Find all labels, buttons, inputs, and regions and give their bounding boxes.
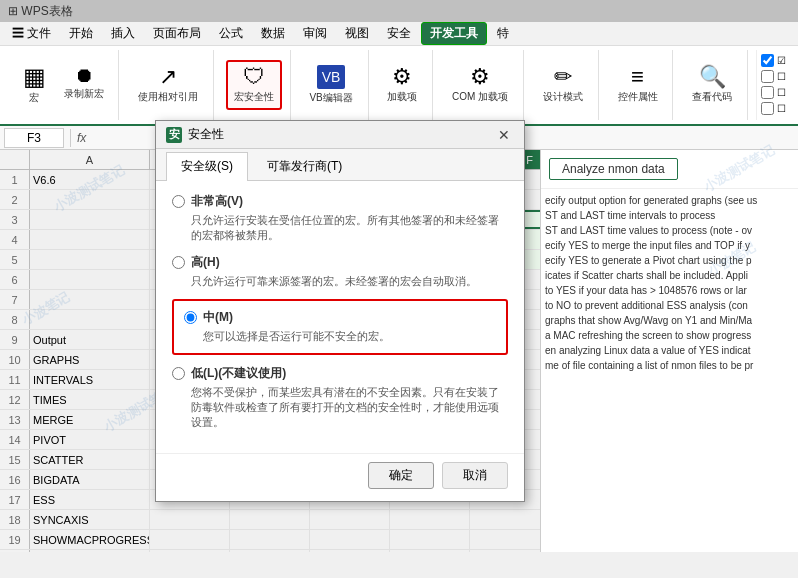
dialog-body: 非常高(V) 只允许运行安装在受信任位置的宏。所有其他签署的和未经签署的宏都将被… xyxy=(156,181,524,453)
dialog-title-text: 安全性 xyxy=(188,126,488,143)
dialog-titlebar: 安 安全性 ✕ xyxy=(156,121,524,149)
option-low-desc: 您将不受保护，而某些宏具有潜在的不安全因素。只有在安装了防毒软件或检查了所有要打… xyxy=(191,385,508,431)
security-dialog: 安 安全性 ✕ 安全级(S) 可靠发行商(T) 非常高(V) 只允许运行安装在受… xyxy=(155,120,525,502)
radio-medium[interactable] xyxy=(184,311,197,324)
dialog-close-button[interactable]: ✕ xyxy=(494,125,514,145)
option-high-desc: 只允许运行可靠来源签署的宏。未经签署的宏会自动取消。 xyxy=(191,274,477,289)
option-medium-box: 中(M) 您可以选择是否运行可能不安全的宏。 xyxy=(172,299,508,354)
option-very-high: 非常高(V) 只允许运行安装在受信任位置的宏。所有其他签署的和未经签署的宏都将被… xyxy=(172,193,508,244)
option-high: 高(H) 只允许运行可靠来源签署的宏。未经签署的宏会自动取消。 xyxy=(172,254,508,289)
dialog-overlay: 安 安全性 ✕ 安全级(S) 可靠发行商(T) 非常高(V) 只允许运行安装在受… xyxy=(0,0,798,578)
dialog-tabs: 安全级(S) 可靠发行商(T) xyxy=(156,149,524,181)
option-very-high-label: 非常高(V) xyxy=(191,193,508,210)
dialog-title-icon: 安 xyxy=(166,127,182,143)
option-very-high-desc: 只允许运行安装在受信任位置的宏。所有其他签署的和未经签署的宏都将被禁用。 xyxy=(191,213,508,244)
radio-high[interactable] xyxy=(172,256,185,269)
option-medium: 中(M) 您可以选择是否运行可能不安全的宏。 xyxy=(184,309,496,344)
option-low-label: 低(L)(不建议使用) xyxy=(191,365,508,382)
dialog-tab-publisher[interactable]: 可靠发行商(T) xyxy=(252,152,357,180)
radio-low[interactable] xyxy=(172,367,185,380)
option-high-label: 高(H) xyxy=(191,254,477,271)
ok-button[interactable]: 确定 xyxy=(368,462,434,489)
dialog-tab-security[interactable]: 安全级(S) xyxy=(166,152,248,181)
cancel-button[interactable]: 取消 xyxy=(442,462,508,489)
dialog-buttons: 确定 取消 xyxy=(156,453,524,501)
radio-very-high[interactable] xyxy=(172,195,185,208)
option-low: 低(L)(不建议使用) 您将不受保护，而某些宏具有潜在的不安全因素。只有在安装了… xyxy=(172,365,508,431)
option-medium-desc: 您可以选择是否运行可能不安全的宏。 xyxy=(203,329,390,344)
option-medium-label: 中(M) xyxy=(203,309,390,326)
